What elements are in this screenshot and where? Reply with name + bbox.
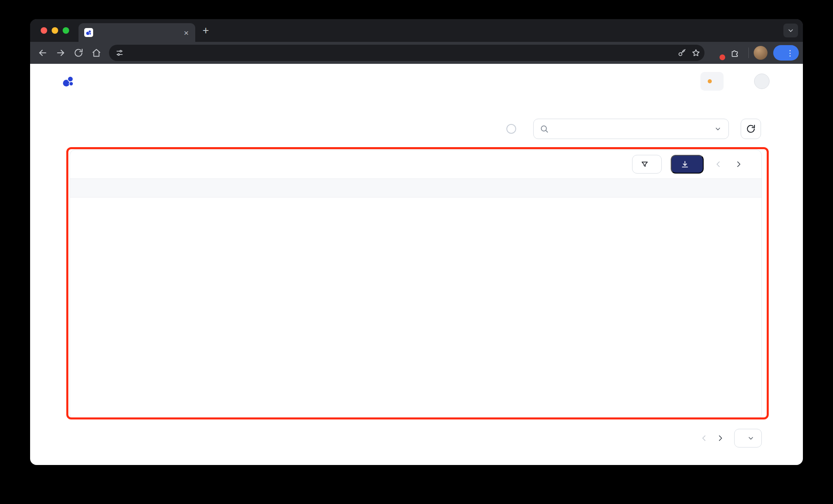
extension-badge <box>719 54 726 61</box>
per-page-dropdown[interactable] <box>734 429 762 448</box>
pagination-next-icon[interactable] <box>716 434 724 442</box>
address-bar[interactable] <box>109 45 704 61</box>
sandbox-dot-icon <box>708 79 712 83</box>
risky-checkbox[interactable] <box>506 124 516 134</box>
table-header-row <box>70 178 761 198</box>
app-content <box>30 64 803 465</box>
back-button[interactable] <box>34 44 51 61</box>
app-navbar <box>30 64 803 99</box>
browser-toolbar: ⋮ <box>30 42 803 64</box>
prev-page-icon[interactable] <box>714 160 722 168</box>
browser-menu-icon[interactable]: ⋮ <box>785 48 796 58</box>
home-button[interactable] <box>88 44 105 61</box>
reload-button[interactable] <box>70 44 87 61</box>
browser-tab[interactable]: × <box>79 23 195 42</box>
download-icon <box>680 160 689 169</box>
bookmark-star-icon[interactable] <box>691 48 700 57</box>
finish-update-button[interactable]: ⋮ <box>773 45 799 61</box>
chainberry-logo-icon <box>61 74 75 88</box>
search-icon <box>540 124 549 133</box>
tab-strip: × + <box>30 19 803 42</box>
next-page-icon[interactable] <box>735 160 743 168</box>
show-only-risky-control <box>506 124 521 134</box>
funnel-icon <box>641 160 649 168</box>
browser-window: × + <box>30 19 803 465</box>
new-tab-button[interactable]: + <box>198 23 213 38</box>
search-filter-dropdown[interactable] <box>704 125 728 133</box>
chevron-down-icon <box>714 125 722 133</box>
active-filters-button[interactable] <box>632 155 662 174</box>
tab-close-icon[interactable]: × <box>181 28 191 38</box>
search-input[interactable] <box>553 124 700 134</box>
refresh-button[interactable] <box>741 119 761 139</box>
forward-button[interactable] <box>52 44 69 61</box>
search-control <box>533 119 729 139</box>
extension-icon[interactable] <box>711 47 723 59</box>
site-controls-icon[interactable] <box>116 49 124 57</box>
browser-profile-avatar[interactable] <box>754 46 768 60</box>
user-avatar[interactable] <box>754 74 770 89</box>
window-controls <box>41 27 69 34</box>
download-button[interactable] <box>671 155 704 174</box>
chainberry-brand[interactable] <box>61 74 79 88</box>
chevron-down-icon <box>747 434 754 442</box>
table-toolbar <box>70 150 761 178</box>
minimize-window-button[interactable] <box>52 27 58 34</box>
toolbar-divider <box>748 48 749 58</box>
tab-search-button[interactable] <box>783 24 798 37</box>
pagination-prev-icon[interactable] <box>700 434 708 442</box>
pagination <box>700 429 762 448</box>
table-pager <box>714 160 743 168</box>
berrydesk-favicon-icon <box>84 28 93 37</box>
passkey-icon[interactable] <box>678 48 687 57</box>
sandbox-badge <box>700 72 724 91</box>
zoom-window-button[interactable] <box>63 27 69 34</box>
header-controls <box>506 119 761 139</box>
extensions-puzzle-icon[interactable] <box>726 44 744 61</box>
page-header <box>30 119 803 139</box>
close-window-button[interactable] <box>41 27 47 34</box>
transactions-table-card <box>70 150 762 419</box>
navbar-right <box>700 72 770 91</box>
